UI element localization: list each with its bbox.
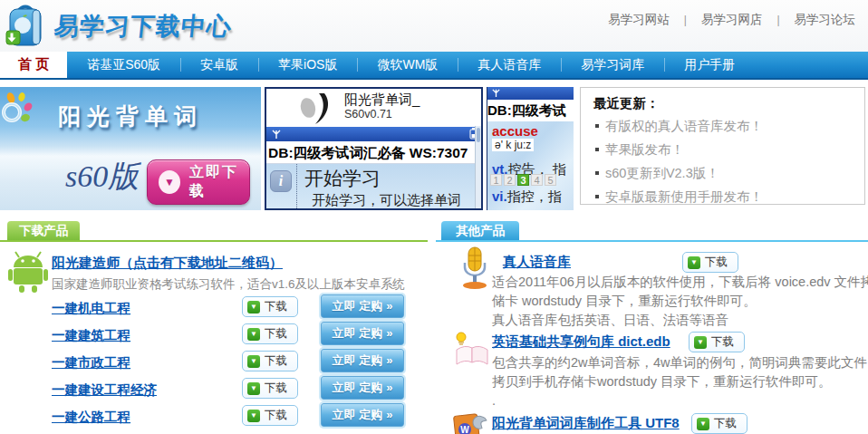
other-product-desc: 适合2011年06月以后版本的软件使用，下载后将 voice.edv 文件拷储卡…	[492, 273, 868, 330]
nav-tab[interactable]: 易学习词库	[561, 52, 664, 78]
download-button[interactable]: ▼ 下载	[242, 405, 298, 426]
promo-banner[interactable]: 阳光背单词 s60版 ▼ 立即下载	[0, 87, 261, 210]
page: 易学习下载中心 易学习网站易学习网店易学习论坛 首 页诺基亚S60版安卓版苹果i…	[0, 0, 868, 434]
page-number[interactable]: 1	[490, 174, 502, 186]
pagination: 12345	[490, 174, 558, 186]
banner-download-button[interactable]: ▼ 立即下载	[147, 159, 250, 205]
app-version: S60v0.71	[344, 108, 392, 121]
banner-edition: s60版	[65, 156, 139, 198]
download-arrow-icon: ▼	[697, 418, 709, 430]
banner-title: 阳光背单词	[0, 101, 261, 131]
backpack-logo-icon	[5, 4, 47, 49]
update-item[interactable]: 安卓版最新使用手册发布！	[593, 185, 852, 208]
updates-list: 有版权的真人语音库发布！苹果版发布！s60更新到V2.3版！安卓版最新使用手册发…	[593, 114, 852, 208]
featured-product-desc: 国家建造师职业资格考试练习软件，适合v1.6及以上版本安卓系统	[52, 276, 405, 293]
menu-item-sub: 开始学习，可以选择单词	[312, 192, 461, 209]
download-arrow-icon: ▼	[688, 256, 700, 269]
other-product-link[interactable]: 英语基础共享例句库 dict.edb	[492, 333, 670, 351]
tab-download-products[interactable]: 下载产品	[7, 221, 80, 240]
chevron-right-icon: »	[386, 408, 392, 421]
nav-tab[interactable]: 安卓版	[180, 52, 258, 78]
top-link[interactable]: 易学习论坛	[762, 13, 855, 26]
app-header: 阳光背单词_ S60v0.71	[266, 89, 481, 127]
app-title: 阳光背单词_	[344, 92, 420, 109]
update-item[interactable]: 苹果版发布！	[593, 138, 852, 161]
chevron-right-icon: »	[386, 381, 392, 394]
download-button[interactable]: ▼ 下载	[682, 252, 738, 273]
android-icon	[7, 250, 49, 294]
product-row: 一建机电工程 ▼ 下载 立即 定购»	[0, 294, 428, 321]
antenna-icon	[491, 88, 501, 98]
chevron-right-icon: »	[386, 353, 392, 367]
product-row: 一建公路工程 ▼ 下载 立即 定购»	[0, 402, 428, 429]
product-link[interactable]: 一建建筑工程	[52, 327, 130, 344]
top-link[interactable]: 易学习网店	[670, 13, 763, 26]
update-item[interactable]: s60更新到V2.3版！	[593, 161, 852, 185]
page-number[interactable]: 5	[545, 174, 556, 186]
nav-tab[interactable]: 首 页	[0, 52, 67, 78]
featured-product-link[interactable]: 阳光建造师（点击有下载地址二维码）	[52, 255, 283, 272]
product-link[interactable]: 一建市政工程	[52, 354, 130, 371]
scrollbar-thumb[interactable]	[477, 128, 480, 142]
product-link[interactable]: 一建机电工程	[52, 300, 130, 317]
download-button[interactable]: ▼ 下载	[242, 323, 298, 344]
app-screenshot-2: DB:四级考试 accuse ə' k ju:z vt.控告， 指 12345 …	[487, 87, 574, 210]
download-button[interactable]: ▼ 下载	[242, 378, 298, 399]
meaning-line: vi.指控，指	[492, 188, 562, 206]
tab-other-products[interactable]: 其他产品	[441, 221, 519, 240]
headword: accuse	[492, 123, 538, 139]
other-product-link[interactable]: 真人语音库	[503, 254, 571, 271]
download-arrow-icon: ▼	[247, 355, 260, 368]
antenna-icon	[271, 129, 282, 140]
nav-tab[interactable]: 真人语音库	[458, 52, 561, 78]
update-item[interactable]: 有版权的真人语音库发布！	[593, 114, 852, 138]
site-logo[interactable]: 易学习下载中心	[5, 4, 232, 49]
download-button[interactable]: ▼ 下载	[689, 332, 745, 352]
dictionary-status-line: DB:四级考试	[487, 100, 574, 121]
desc-line: 真人语音库包括英语、日语、法语等语音	[492, 311, 868, 330]
product-row: 一建市政工程 ▼ 下载 立即 定购»	[0, 348, 428, 375]
nav-tab[interactable]: 微软WM版	[357, 52, 458, 78]
download-button[interactable]: ▼ 下载	[242, 296, 298, 317]
product-row: 一建建筑工程 ▼ 下载 立即 定购»	[0, 321, 428, 348]
nav-tab[interactable]: 苹果iOS版	[258, 52, 357, 78]
order-button[interactable]: 立即 定购»	[321, 403, 404, 427]
svg-text:W: W	[460, 425, 469, 434]
other-product-link[interactable]: 阳光背单词词库制作工具 UTF8	[492, 415, 680, 432]
status-bar	[487, 87, 574, 100]
product-list: 一建机电工程 ▼ 下载 立即 定购» 一建建筑工程 ▼ 下载 立即 定购»	[0, 294, 428, 429]
app-screenshot-1: 阳光背单词_ S60v0.71 DB:四级考试词汇必备 WS:7307 i 开始…	[265, 87, 483, 210]
order-button[interactable]: 立即 定购»	[321, 322, 404, 345]
page-number[interactable]: 4	[531, 174, 543, 186]
dictionary-status-line: DB:四级考试词汇必备 WS:7307	[266, 141, 481, 164]
top-link[interactable]: 易学习网站	[608, 13, 670, 26]
product-link[interactable]: 一建公路工程	[52, 409, 130, 426]
download-arrow-icon: ▼	[694, 336, 707, 349]
download-button[interactable]: ▼ 下载	[242, 351, 298, 371]
page-number[interactable]: 3	[517, 174, 529, 186]
recent-updates-box: 最近更新： 有版权的真人语音库发布！苹果版发布！s60更新到V2.3版！安卓版最…	[580, 87, 865, 205]
divider	[0, 240, 428, 242]
order-button[interactable]: 立即 定购»	[321, 376, 404, 400]
word-card: accuse ə' k ju:z vt.控告， 指 12345 vi.指控，指	[487, 121, 574, 210]
desc-line: 适合2011年06月以后版本的软件使用，下载后将 voice.edv 文件拷	[492, 273, 868, 292]
phonetic: ə' k ju:z	[492, 139, 534, 151]
order-button[interactable]: 立即 定购»	[321, 349, 404, 372]
updates-title: 最近更新：	[593, 95, 852, 112]
order-button[interactable]: 立即 定购»	[321, 294, 404, 318]
download-arrow-icon: ▼	[247, 410, 260, 422]
main-nav: 首 页诺基亚S60版安卓版苹果iOS版微软WM版真人语音库易学习词库用户手册	[0, 52, 868, 80]
download-arrow-icon: ▼	[159, 170, 180, 194]
book-lightbulb-icon	[453, 330, 491, 366]
download-arrow-icon: ▼	[247, 301, 260, 313]
nav-tab[interactable]: 诺基亚S60版	[67, 52, 180, 78]
desc-line: 储卡 wordstudy 目录下，重新运行软件即可。	[492, 292, 868, 311]
product-row: 一建建设工程经济 ▼ 下载 立即 定购»	[0, 375, 428, 402]
nav-tab[interactable]: 用户手册	[664, 52, 755, 78]
page-number[interactable]: 2	[504, 174, 516, 186]
product-link[interactable]: 一建建设工程经济	[52, 381, 157, 399]
menu-item-main: 开始学习	[304, 166, 381, 191]
download-button[interactable]: ▼ 下载	[691, 413, 747, 434]
desc-line: .	[492, 391, 868, 410]
scrollbar[interactable]	[475, 126, 481, 208]
